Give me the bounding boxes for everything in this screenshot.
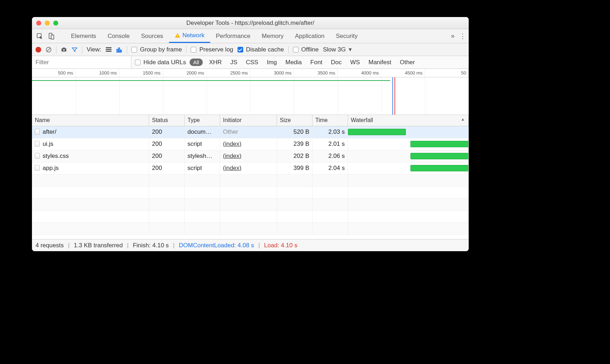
timeline-overview[interactable]: 500 ms1000 ms1500 ms2000 ms2500 ms3000 m…	[32, 69, 469, 115]
clear-icon[interactable]	[45, 46, 52, 53]
close-window-button[interactable]	[36, 21, 41, 26]
column-header-type[interactable]: Type	[185, 115, 220, 126]
svg-rect-11	[106, 49, 111, 50]
column-header-initiator[interactable]: Initiator	[220, 115, 277, 126]
column-header-status[interactable]: Status	[149, 115, 185, 126]
filter-type-img[interactable]: Img	[264, 59, 279, 66]
table-row[interactable]: styles.css200stylesh…(index)202 B2.06 s	[32, 150, 469, 162]
tab-label: Performance	[216, 33, 250, 40]
table-row[interactable]: ui.js200script(index)239 B2.01 s	[32, 138, 469, 150]
more-tabs-icon[interactable]: »	[451, 32, 454, 40]
filter-type-js[interactable]: JS	[228, 59, 240, 66]
titlebar: Developer Tools - https://preload.glitch…	[32, 17, 469, 29]
cell-initiator[interactable]: (index)	[220, 150, 277, 162]
table-row[interactable]: app.js200script(index)399 B2.04 s	[32, 162, 469, 175]
tab-elements[interactable]: Elements	[65, 29, 102, 43]
overview-toggle-icon[interactable]	[116, 46, 122, 53]
column-header-waterfall[interactable]: Waterfall	[348, 115, 469, 126]
separator	[56, 46, 56, 54]
hide-data-urls-label: Hide data URLs	[143, 59, 186, 66]
kebab-menu-icon[interactable]: ⋮	[459, 32, 466, 40]
minimize-window-button[interactable]	[45, 21, 50, 26]
checkbox[interactable]	[135, 60, 141, 65]
filter-type-ws[interactable]: WS	[347, 59, 363, 66]
cell-waterfall	[348, 162, 469, 174]
network-toolbar: View: Group by frame Preserve log Disabl…	[32, 43, 469, 56]
timeline-tick: 500 ms	[32, 69, 76, 77]
tab-label: Sources	[141, 33, 163, 40]
timeline-gridline	[425, 77, 425, 115]
cell-initiator[interactable]: (index)	[220, 162, 277, 174]
tab-network[interactable]: Network	[169, 29, 210, 43]
table-row[interactable]: after/200docum…Other520 B2.03 s	[32, 126, 469, 138]
disable-cache-label: Disable cache	[246, 46, 284, 53]
record-button[interactable]	[36, 47, 41, 53]
filter-type-manifest[interactable]: Manifest	[366, 59, 394, 66]
column-header-name[interactable]: Name	[32, 115, 149, 126]
status-bar: 4 requests | 1.3 KB transferred | Finish…	[32, 239, 469, 251]
cell-size: 202 B	[277, 150, 312, 162]
zoom-window-button[interactable]	[53, 21, 58, 26]
filter-type-font[interactable]: Font	[307, 59, 325, 66]
timeline-gridline	[163, 77, 163, 115]
filter-type-other[interactable]: Other	[397, 59, 418, 66]
cell-status: 200	[149, 126, 185, 138]
cell-time: 2.03 s	[312, 126, 348, 138]
file-icon	[35, 165, 40, 171]
tab-security[interactable]: Security	[330, 29, 363, 43]
disable-cache-toggle[interactable]: Disable cache	[238, 46, 284, 53]
column-header-size[interactable]: Size	[277, 115, 312, 126]
checkbox-checked[interactable]	[238, 47, 243, 53]
timeline-gridline	[338, 77, 338, 115]
checkbox[interactable]	[293, 47, 299, 53]
cell-initiator[interactable]: Other	[220, 126, 277, 138]
status-finish: Finish: 4.10 s	[133, 242, 169, 249]
svg-rect-13	[117, 49, 118, 52]
filter-type-css[interactable]: CSS	[243, 59, 261, 66]
window-title: Developer Tools - https://preload.glitch…	[32, 20, 469, 27]
cell-type: docum…	[185, 126, 220, 138]
filter-type-xhr[interactable]: XHR	[206, 59, 225, 66]
throttle-select[interactable]: Slow 3G ▾	[323, 46, 352, 53]
device-toolbar-icon[interactable]	[46, 31, 56, 41]
preserve-log-label: Preserve log	[199, 46, 233, 53]
cell-time: 2.04 s	[312, 162, 348, 174]
filter-all-pill[interactable]: All	[190, 59, 203, 66]
inspect-element-icon[interactable]	[35, 31, 45, 41]
cell-initiator[interactable]: (index)	[220, 138, 277, 150]
checkbox[interactable]	[131, 47, 137, 53]
tab-memory[interactable]: Memory	[256, 29, 289, 43]
table-row-empty	[32, 211, 469, 223]
filter-type-media[interactable]: Media	[283, 59, 305, 66]
column-header-time[interactable]: Time	[312, 115, 348, 126]
hide-data-urls-toggle[interactable]: Hide data URLs	[131, 59, 190, 66]
tab-sources[interactable]: Sources	[135, 29, 169, 43]
checkbox[interactable]	[191, 47, 196, 53]
preserve-log-toggle[interactable]: Preserve log	[191, 46, 233, 53]
timeline-tick: 3000 ms	[250, 69, 294, 77]
group-by-frame-label: Group by frame	[140, 46, 182, 53]
cell-status: 200	[149, 162, 185, 174]
tab-label: Network	[183, 32, 205, 39]
waterfall-bar	[410, 153, 469, 159]
screenshot-icon[interactable]	[61, 46, 67, 53]
filter-toggle-icon[interactable]	[71, 46, 78, 53]
cell-type: stylesh…	[185, 150, 220, 162]
filter-types: XHRJSCSSImgMediaFontDocWSManifestOther	[203, 59, 421, 66]
svg-rect-2	[51, 35, 54, 39]
cell-name: after/	[32, 126, 149, 138]
group-by-frame-toggle[interactable]: Group by frame	[131, 46, 182, 53]
timeline-tick: 2500 ms	[207, 69, 250, 77]
tab-label: Elements	[71, 33, 96, 40]
offline-toggle[interactable]: Offline	[293, 46, 319, 53]
tab-console[interactable]: Console	[102, 29, 135, 43]
tab-label: Memory	[262, 33, 283, 40]
waterfall-bar	[410, 165, 469, 171]
large-rows-icon[interactable]	[105, 46, 112, 53]
tab-performance[interactable]: Performance	[210, 29, 256, 43]
chevron-down-icon[interactable]: ▾	[349, 46, 352, 53]
filter-type-doc[interactable]: Doc	[328, 59, 344, 66]
filter-input[interactable]	[32, 56, 131, 68]
cell-time: 2.06 s	[312, 150, 348, 162]
tab-application[interactable]: Application	[289, 29, 330, 43]
